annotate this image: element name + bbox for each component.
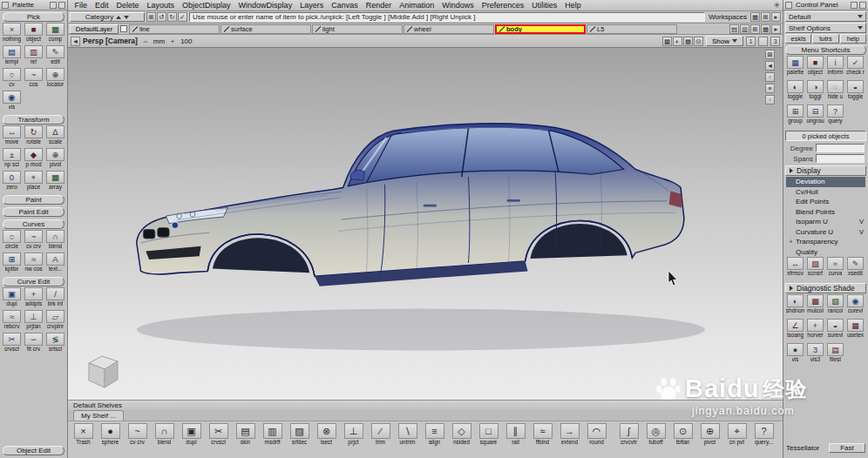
preset-dropdown[interactable]: Default xyxy=(785,11,866,22)
display-option-row[interactable]: Curvature U V xyxy=(786,227,865,238)
shortcut-tool[interactable]: ⊞ group xyxy=(785,104,805,129)
workspace-toolbar-icon[interactable]: ⊞ xyxy=(761,12,770,22)
shelf-tool[interactable]: ⊥ prjct xyxy=(340,423,367,446)
menu-item[interactable]: Delete xyxy=(112,1,143,10)
palette-tool[interactable]: ■ object xyxy=(23,23,44,45)
view-back-icon[interactable]: ◄ xyxy=(71,37,80,46)
layer-toolbar-icon[interactable]: ▥ xyxy=(740,24,749,34)
palette-tool[interactable]: ∽ fit crv xyxy=(23,333,44,355)
shelf-tool[interactable]: ∕ trim xyxy=(367,423,394,446)
menu-item[interactable]: File xyxy=(71,1,92,10)
shelf-tool[interactable]: ʃ crvcvtr xyxy=(615,423,642,446)
shelf-tool[interactable]: × Trash xyxy=(70,423,97,446)
menu-item[interactable]: Utilities xyxy=(528,1,561,10)
palette-tool[interactable]: ✂ crvsct xyxy=(1,333,23,355)
palette-tool[interactable]: / brk inf xyxy=(44,287,66,310)
layer-tab[interactable]: body xyxy=(495,24,586,34)
shelf-tool[interactable]: ∩ blend xyxy=(151,423,178,446)
car-body-model[interactable] xyxy=(91,51,743,387)
shelf-tool[interactable]: ⊗ isect xyxy=(313,423,340,446)
menu-item[interactable]: Preferences xyxy=(478,1,528,10)
diagnostic-tool[interactable]: ∠ isoang xyxy=(785,319,805,343)
display-tool[interactable]: ✎ xsedit xyxy=(845,257,865,281)
workspace-toolbar-icon[interactable]: ▸ xyxy=(771,12,781,22)
layout-1-button[interactable]: 1 xyxy=(746,37,756,46)
palette-tool[interactable]: ▦ comp xyxy=(44,23,66,45)
menu-item[interactable]: WindowDisplay xyxy=(234,1,296,10)
display-option-row[interactable]: Quality xyxy=(786,247,865,258)
tessellator-value-button[interactable]: Fast xyxy=(829,443,865,453)
display-option-v-toggle[interactable]: V xyxy=(856,228,864,236)
palette-tool[interactable]: ⌖ place xyxy=(23,171,44,193)
prompt-toolbar-icon[interactable]: ⊞ xyxy=(146,12,156,22)
palette-tool[interactable]: + addpts xyxy=(23,287,44,310)
palette-menu-icon[interactable] xyxy=(2,2,9,9)
prompt-toolbar-icon[interactable]: ↺ xyxy=(157,12,166,22)
diagnostic-shade-header[interactable]: Diagnostic Shade xyxy=(785,283,866,293)
palette-tool[interactable]: ≈ rebcrv xyxy=(1,310,23,333)
palette-tool[interactable]: ▦ array xyxy=(44,171,66,193)
palette-tool[interactable]: ○ cv xyxy=(1,68,23,91)
diagnostic-tool[interactable]: 3 vis3 xyxy=(805,343,825,367)
shelf-tool[interactable]: ▣ dupl xyxy=(178,423,205,446)
view-mode-icon[interactable]: ◎ xyxy=(694,37,703,46)
display-option-row[interactable]: Isoparm U V xyxy=(786,217,865,227)
control-panel-close-icon[interactable] xyxy=(859,2,866,9)
shelf-tool[interactable]: ◇ nsided xyxy=(448,423,475,446)
category-dropdown[interactable]: Category xyxy=(70,12,145,22)
help-tab[interactable]: tutrs xyxy=(812,34,838,44)
view-mode-icon[interactable]: ▩ xyxy=(662,37,672,46)
shortcut-tool[interactable]: ■ object xyxy=(805,56,825,80)
shortcut-tool[interactable]: i inform xyxy=(825,56,845,80)
help-tab[interactable]: eskls xyxy=(785,34,811,44)
camera-swap-icon[interactable]: ⇔ xyxy=(140,37,151,45)
menu-item[interactable]: Windows xyxy=(438,1,478,10)
palette-tool[interactable]: ⊥ prjtan xyxy=(23,310,44,333)
diagnostic-tool[interactable]: ◉ curevl xyxy=(845,294,865,319)
section-header-curves[interactable]: Curves xyxy=(3,219,64,229)
layer-tab[interactable]: L5 xyxy=(587,24,677,34)
palette-tool[interactable]: ▥ ref xyxy=(23,45,44,68)
viewport-label[interactable]: Persp [Camera] xyxy=(83,37,138,45)
palette-tool[interactable]: ↻ rotate xyxy=(23,125,44,148)
prompt-toolbar-icon[interactable]: ↻ xyxy=(167,12,177,22)
palette-tool[interactable]: ~ cos xyxy=(23,68,44,91)
shelf-tool[interactable]: ◠ round xyxy=(583,423,610,446)
layer-tab[interactable]: light xyxy=(312,24,403,34)
shortcut-tool[interactable]: ◑ toggl xyxy=(805,80,825,104)
help-tab[interactable]: help xyxy=(840,34,866,44)
menu-item[interactable]: Help xyxy=(561,1,586,10)
degree-input[interactable] xyxy=(816,144,865,152)
palette-tool[interactable]: ▱ crvplnr xyxy=(44,310,66,333)
diagnostic-tool[interactable]: ● vis xyxy=(785,343,805,367)
palette-tool[interactable]: ∆ scale xyxy=(44,125,66,148)
menu-item[interactable]: Edit xyxy=(92,1,113,10)
palette-minimize-icon[interactable] xyxy=(50,2,57,9)
perspective-viewport[interactable]: ⊠◄▫≡▫ xyxy=(68,48,783,400)
default-shelves-bar[interactable]: Default Shelves xyxy=(68,400,783,410)
menu-item[interactable]: Canvas xyxy=(328,1,363,10)
workspaces-label[interactable]: Workspaces xyxy=(707,13,749,21)
shelf-tool[interactable]: ⊕ pivot xyxy=(696,423,723,446)
pan-icon[interactable]: + xyxy=(167,37,178,45)
diagnostic-tool[interactable]: ▤ filest xyxy=(825,343,845,367)
layer-toolbar-icon[interactable]: ▦ xyxy=(761,24,770,34)
shortcut-tool[interactable]: ⊟ ungrou xyxy=(805,104,825,129)
palette-tool[interactable]: ⊕ pivot xyxy=(44,148,66,171)
diagnostic-tool[interactable]: + horver xyxy=(805,319,825,343)
section-header-pick[interactable]: Pick xyxy=(3,12,64,22)
palette-tool[interactable]: ◉ vis xyxy=(1,91,23,113)
palette-tool[interactable]: ▣ dupl xyxy=(1,287,23,310)
shelf-tool[interactable]: ✂ crvsct xyxy=(205,423,232,446)
view-mode-icon[interactable]: ▦ xyxy=(683,37,693,46)
shelf-tool[interactable]: ∥ rail xyxy=(502,423,529,446)
shortcut-tool[interactable]: ◐ toggle xyxy=(785,80,805,104)
prompt-toolbar-icon[interactable]: ✓ xyxy=(178,12,187,22)
view-cube[interactable] xyxy=(78,351,124,393)
viewport-side-icon[interactable]: ▫ xyxy=(765,72,775,82)
control-panel-menu-icon[interactable] xyxy=(785,2,792,9)
palette-tool[interactable]: ▤ templ xyxy=(1,45,23,68)
diagnostic-tool[interactable]: ◒ surevl xyxy=(825,319,845,343)
shelf-tool[interactable]: ⊙ tbflan xyxy=(669,423,696,446)
workspace-toolbar-icon[interactable]: ▦ xyxy=(750,12,760,22)
